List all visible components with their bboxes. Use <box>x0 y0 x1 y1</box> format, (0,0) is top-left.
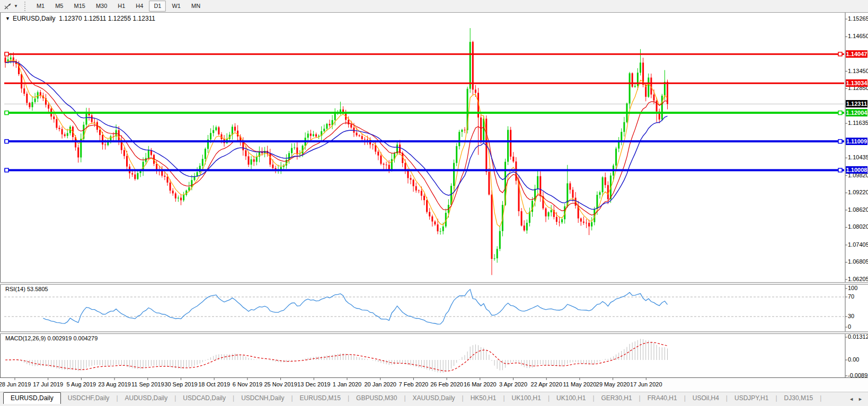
axis-tick-label: 1.15265 <box>848 15 867 22</box>
axis-tick-label: 1.07405 <box>848 241 867 248</box>
axis-tick-label: 1.11635 <box>848 120 867 126</box>
price-axis-badge: 1.12004 <box>846 109 867 116</box>
panel-splitter-macd[interactable] <box>0 331 868 334</box>
axis-tick-label: 1.09220 <box>848 189 867 195</box>
axis-tick-label: 0 <box>848 323 867 330</box>
axis-tick-label: 1.06805 <box>848 258 867 265</box>
axis-tick-label: 1.08020 <box>848 223 867 230</box>
price-axis-badge: 1.10008 <box>846 166 867 174</box>
price-chart-canvas[interactable] <box>0 0 868 406</box>
panel-splitter-rsi[interactable] <box>0 282 868 285</box>
price-axis-badge: 1.13034 <box>846 79 867 87</box>
trading-platform-window: ▼ M1M5M15M30H1H4D1W1MN ▼EURUSD,Daily 1.1… <box>0 0 868 406</box>
axis-tick-label: 70 <box>848 293 867 300</box>
axis-tick-label: 0.00 <box>848 356 867 363</box>
axis-tick-label: 100 <box>848 285 867 291</box>
rsi-indicator-label: RSI(14) 53.5805 <box>5 286 48 292</box>
chart-symbol-period: EURUSD,Daily <box>13 15 56 22</box>
price-axis-badge: 1.12311 <box>846 100 867 107</box>
chart-title: ▼EURUSD,Daily 1.12370 1.12511 1.12255 1.… <box>5 15 155 22</box>
axis-tick-label: 30 <box>848 313 867 319</box>
macd-indicator-label: MACD(12,26,9) 0.002919 0.004279 <box>5 335 98 341</box>
axis-tick-label: 1.08620 <box>848 206 867 213</box>
chart-dropdown-icon[interactable]: ▼ <box>5 16 10 21</box>
axis-tick-label: 1.06205 <box>848 276 867 282</box>
axis-tick-label: 1.10435 <box>848 154 867 160</box>
price-axis-badge: 1.14047 <box>846 50 867 58</box>
axis-tick-label: 0.013121 <box>848 333 867 340</box>
chart-bottom-border <box>0 377 868 378</box>
price-axis-badge: 1.11009 <box>846 138 867 145</box>
chart-ohlc-values: 1.12370 1.12511 1.12255 1.12311 <box>59 15 155 22</box>
axis-tick-label: 1.13450 <box>848 68 867 74</box>
axis-tick-label: 1.14650 <box>848 33 867 39</box>
